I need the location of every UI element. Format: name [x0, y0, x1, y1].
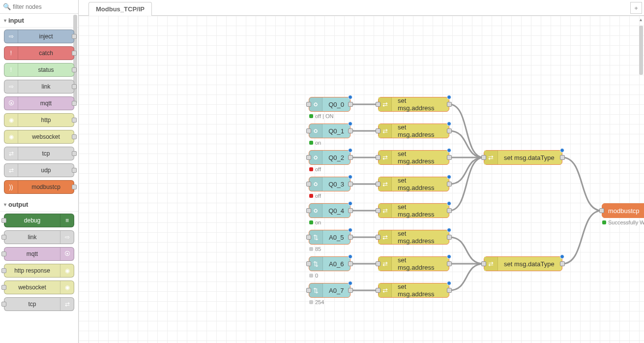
palette-node-modbustcp[interactable]: ))modbustcp: [4, 180, 74, 194]
palette-node-debug[interactable]: ≡debug: [4, 214, 74, 227]
flow-node-q0[interactable]: ⭘Q0_0off | ON: [309, 97, 351, 112]
output-port[interactable]: [348, 155, 353, 160]
input-port[interactable]: [376, 102, 381, 107]
palette-node-http[interactable]: ◉http: [4, 113, 74, 127]
flow-node-q1[interactable]: ⭘Q0_1on: [309, 124, 351, 138]
flow-node-c2[interactable]: ⇄set msg.address: [378, 150, 449, 165]
output-port[interactable]: [447, 128, 452, 133]
output-port[interactable]: [348, 102, 353, 107]
flow-node-mb[interactable]: ))modbustcpSuccessfully Written: [602, 203, 644, 218]
output-port[interactable]: [348, 235, 353, 240]
port[interactable]: [72, 168, 77, 173]
input-port[interactable]: [306, 288, 311, 293]
tab-modbus[interactable]: Modbus_TCP/IP: [88, 2, 152, 16]
output-port[interactable]: [447, 261, 452, 266]
input-port[interactable]: [306, 182, 311, 187]
flow-canvas[interactable]: ▴ ⭘Q0_0off | ON⭘Q0_1on⭘Q0_2off⭘Q0_3off⭘Q…: [79, 16, 644, 343]
input-port[interactable]: [306, 102, 311, 107]
palette-node-link[interactable]: ⇨link: [4, 80, 74, 94]
output-port[interactable]: [348, 128, 353, 133]
port[interactable]: [72, 151, 77, 156]
palette-node-websocket[interactable]: ◉websocket: [4, 281, 74, 294]
palette-node-tcp[interactable]: ⇄tcp: [4, 297, 74, 311]
port[interactable]: [1, 268, 6, 273]
category-input[interactable]: ▾ input: [0, 14, 78, 28]
input-port[interactable]: [599, 208, 604, 213]
input-port[interactable]: [306, 208, 311, 213]
palette-node-udp[interactable]: ⇄udp: [4, 163, 74, 177]
input-port[interactable]: [306, 155, 311, 160]
palette-node-inject[interactable]: ⇨inject: [4, 30, 74, 43]
flow-node-c5[interactable]: ⇄set msg.address: [378, 230, 449, 245]
flow-node-c3[interactable]: ⇄set msg.address: [378, 177, 449, 191]
input-port[interactable]: [306, 261, 311, 266]
input-port[interactable]: [376, 128, 381, 133]
port[interactable]: [72, 51, 77, 56]
flow-node-a5[interactable]: ⇅A0_585: [309, 230, 351, 245]
filter-input[interactable]: [13, 3, 75, 10]
port[interactable]: [72, 101, 77, 106]
port[interactable]: [72, 118, 77, 123]
palette-node-http-response[interactable]: ◉http response: [4, 264, 74, 278]
port[interactable]: [72, 185, 77, 189]
palette-node-tcp[interactable]: ⇄tcp: [4, 147, 74, 160]
flow-node-a6[interactable]: ⇅A0_60: [309, 256, 351, 271]
flow-node-q2[interactable]: ⭘Q0_2off: [309, 150, 351, 165]
port[interactable]: [1, 218, 6, 223]
output-port[interactable]: [348, 261, 353, 266]
input-port[interactable]: [376, 155, 381, 160]
node-label: modbustcp: [602, 207, 644, 215]
flow-node-q4[interactable]: ⭘Q0_4on: [309, 203, 351, 218]
output-port[interactable]: [348, 182, 353, 187]
port[interactable]: [72, 67, 77, 72]
input-port[interactable]: [306, 128, 311, 133]
port[interactable]: [72, 34, 77, 39]
output-port[interactable]: [447, 288, 452, 293]
flow-node-c1[interactable]: ⇄set msg.address: [378, 124, 449, 138]
palette-sidebar: 🔍 ▾ input ⇨inject!catch!status⇨link⦿mqtt…: [0, 0, 79, 343]
output-port[interactable]: [447, 182, 452, 187]
input-port[interactable]: [376, 235, 381, 240]
flow-node-c4[interactable]: ⇄set msg.address: [378, 203, 449, 218]
output-port[interactable]: [348, 288, 353, 293]
output-port[interactable]: [447, 102, 452, 107]
flow-node-a7[interactable]: ⇅A0_7254: [309, 283, 351, 298]
port[interactable]: [1, 251, 6, 256]
flow-node-q3[interactable]: ⭘Q0_3off: [309, 177, 351, 191]
flow-node-c0[interactable]: ⇄set msg.address: [378, 97, 449, 112]
port[interactable]: [72, 134, 77, 139]
node-icon: ◉: [4, 130, 18, 143]
input-port[interactable]: [481, 155, 486, 160]
flow-node-c7[interactable]: ⇄set msg.address: [378, 283, 449, 298]
input-port[interactable]: [376, 288, 381, 293]
output-port[interactable]: [560, 155, 565, 160]
palette-node-catch[interactable]: !catch: [4, 46, 74, 60]
palette-node-mqtt[interactable]: ⦿mqtt: [4, 247, 74, 261]
changed-indicator: [447, 254, 451, 259]
category-output[interactable]: ▾ output: [0, 198, 78, 212]
output-port[interactable]: [348, 208, 353, 213]
palette-node-status[interactable]: !status: [4, 63, 74, 77]
port[interactable]: [1, 235, 6, 240]
output-port[interactable]: [560, 261, 565, 266]
input-port[interactable]: [376, 208, 381, 213]
input-port[interactable]: [376, 182, 381, 187]
port[interactable]: [72, 84, 77, 89]
palette-node-link[interactable]: ⇨link: [4, 230, 74, 244]
palette-node-mqtt[interactable]: ⦿mqtt: [4, 96, 74, 110]
palette-node-websocket[interactable]: ◉websocket: [4, 130, 74, 144]
input-port[interactable]: [481, 261, 486, 266]
flow-node-d1[interactable]: ⇄set msg.dataType: [484, 256, 562, 271]
port[interactable]: [1, 285, 6, 290]
output-port[interactable]: [447, 155, 452, 160]
input-port[interactable]: [376, 261, 381, 266]
output-port[interactable]: [447, 208, 452, 213]
add-tab-button[interactable]: +: [630, 2, 642, 14]
input-port[interactable]: [306, 235, 311, 240]
node-status: on: [309, 140, 321, 146]
port[interactable]: [1, 302, 6, 307]
flow-node-d0[interactable]: ⇄set msg.dataType: [484, 150, 562, 165]
output-port[interactable]: [447, 235, 452, 240]
flow-node-c6[interactable]: ⇄set msg.address: [378, 256, 449, 271]
palette-filter[interactable]: 🔍: [0, 0, 78, 14]
